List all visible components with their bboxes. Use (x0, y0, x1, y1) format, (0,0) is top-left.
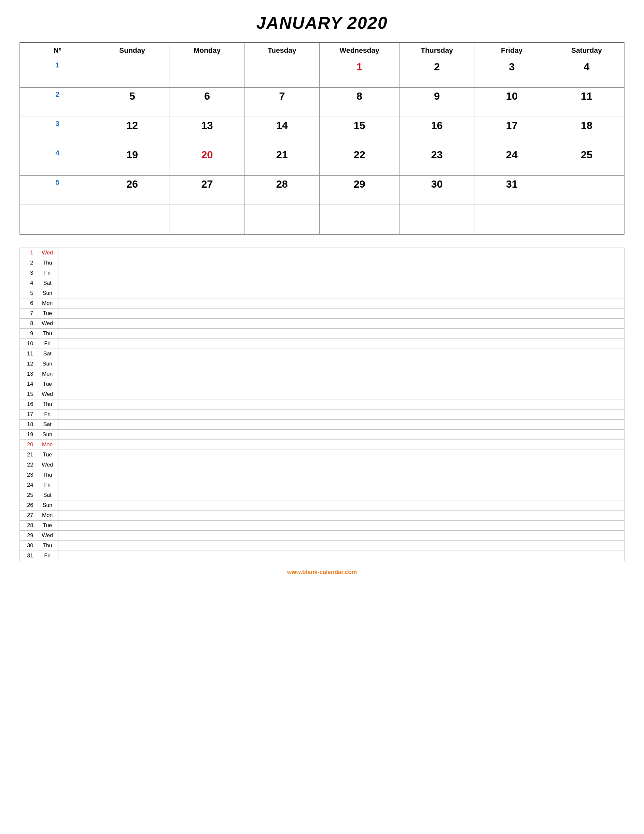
list-day-number: 25 (20, 490, 36, 500)
calendar-cell: 23 (399, 146, 475, 176)
calendar-cell: 3 (475, 58, 549, 87)
list-day-number: 11 (20, 349, 36, 359)
list-notes-cell (59, 288, 625, 298)
list-day-name: Fri (36, 409, 59, 419)
list-day-name: Sat (36, 419, 59, 429)
list-item: 3Fri (20, 268, 625, 278)
list-item: 16Thu (20, 399, 625, 409)
calendar-cell: 17 (475, 117, 549, 146)
list-day-number: 5 (20, 288, 36, 298)
monthly-calendar: Nº Sunday Monday Tuesday Wednesday Thurs… (19, 42, 625, 234)
list-day-name: Mon (36, 298, 59, 308)
calendar-cell: 29 (320, 176, 399, 205)
list-notes-cell (59, 429, 625, 440)
header-thursday: Thursday (399, 43, 475, 58)
list-item: 4Sat (20, 278, 625, 288)
list-day-name: Mon (36, 510, 59, 520)
calendar-day-number: 19 (126, 146, 138, 161)
list-notes-cell (59, 318, 625, 328)
week-number: 4 (55, 146, 59, 157)
calendar-cell: 9 (399, 87, 475, 117)
footer-link[interactable]: www.blank-calendar.com (287, 569, 357, 575)
list-day-number: 27 (20, 510, 36, 520)
calendar-day-number: 14 (276, 117, 288, 131)
calendar-cell (169, 58, 245, 87)
calendar-cell (169, 205, 245, 234)
calendar-day-number: 15 (353, 117, 365, 131)
list-notes-cell (59, 349, 625, 359)
list-day-name: Sun (36, 429, 59, 440)
list-day-name: Wed (36, 247, 59, 258)
week-number: 1 (55, 58, 59, 69)
calendar-cell: 22 (320, 146, 399, 176)
list-day-number: 14 (20, 379, 36, 389)
calendar-day-number: 28 (276, 176, 288, 190)
list-day-name: Tue (36, 449, 59, 460)
header-tuesday: Tuesday (245, 43, 320, 58)
calendar-cell: 14 (245, 117, 320, 146)
calendar-day-number: 4 (584, 58, 590, 73)
list-notes-cell (59, 328, 625, 338)
list-day-name: Sun (36, 500, 59, 510)
list-day-number: 9 (20, 328, 36, 338)
list-day-number: 8 (20, 318, 36, 328)
list-day-number: 7 (20, 308, 36, 318)
list-notes-cell (59, 540, 625, 551)
list-item: 9Thu (20, 328, 625, 338)
list-day-name: Wed (36, 318, 59, 328)
list-day-number: 16 (20, 399, 36, 409)
list-day-number: 15 (20, 389, 36, 399)
list-notes-cell (59, 449, 625, 460)
list-item: 18Sat (20, 419, 625, 429)
list-item: 5Sun (20, 288, 625, 298)
list-item: 30Thu (20, 540, 625, 551)
list-day-name: Mon (36, 440, 59, 449)
list-day-number: 23 (20, 470, 36, 480)
calendar-cell: 27 (169, 176, 245, 205)
list-day-number: 30 (20, 540, 36, 551)
calendar-cell (95, 205, 169, 234)
calendar-cell: 7 (245, 87, 320, 117)
calendar-cell: 21 (245, 146, 320, 176)
calendar-day-number: 30 (431, 176, 443, 190)
header-sunday: Sunday (95, 43, 169, 58)
list-item: 31Fri (20, 551, 625, 561)
calendar-cell (399, 205, 475, 234)
list-day-name: Fri (36, 551, 59, 561)
list-notes-cell (59, 470, 625, 480)
page-title: JANUARY 2020 (256, 13, 388, 32)
list-item: 14Tue (20, 379, 625, 389)
calendar-day-number: 23 (431, 146, 443, 161)
list-notes-cell (59, 440, 625, 449)
calendar-day-number: 13 (201, 117, 213, 131)
week-number: 2 (55, 87, 59, 99)
calendar-day-number: 18 (581, 117, 592, 131)
calendar-cell: 28 (245, 176, 320, 205)
list-notes-cell (59, 500, 625, 510)
header-monday: Monday (169, 43, 245, 58)
list-notes-cell (59, 520, 625, 530)
list-day-name: Fri (36, 480, 59, 490)
list-day-name: Fri (36, 338, 59, 349)
list-day-name: Fri (36, 268, 59, 278)
list-item: 28Tue (20, 520, 625, 530)
list-day-name: Tue (36, 379, 59, 389)
list-day-number: 18 (20, 419, 36, 429)
calendar-cell: 25 (549, 146, 624, 176)
calendar-cell (320, 205, 399, 234)
list-day-number: 17 (20, 409, 36, 419)
calendar-cell: 12 (95, 117, 169, 146)
header-wednesday: Wednesday (320, 43, 399, 58)
header-week: Nº (20, 43, 95, 58)
list-notes-cell (59, 551, 625, 561)
list-day-number: 29 (20, 530, 36, 540)
week-number: 3 (55, 117, 59, 128)
list-day-name: Thu (36, 399, 59, 409)
calendar-day-number: 12 (126, 117, 138, 131)
calendar-day-number: 1 (357, 58, 362, 73)
calendar-day-number: 27 (201, 176, 213, 190)
calendar-day-number: 11 (581, 87, 592, 102)
list-day-name: Wed (36, 389, 59, 399)
list-notes-cell (59, 480, 625, 490)
list-day-number: 13 (20, 369, 36, 379)
